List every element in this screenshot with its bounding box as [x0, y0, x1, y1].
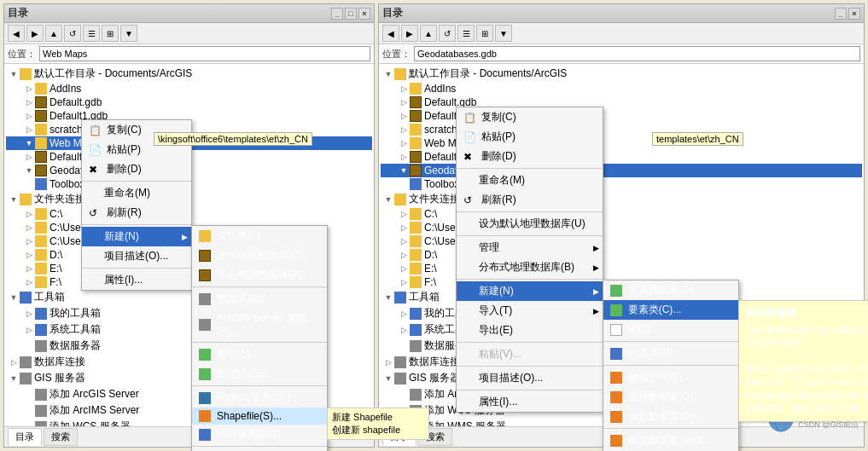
tree-item[interactable]: ▷ C:\: [381, 207, 862, 221]
tree-item[interactable]: ▷ Web Maps: [381, 136, 862, 150]
tree-item[interactable]: ▼ 默认工作目录 - Documents/ArcGIS: [6, 66, 372, 82]
left-location-input[interactable]: [39, 46, 370, 61]
folder-icon: [410, 249, 422, 261]
left-title-controls: _ □ ×: [331, 8, 370, 20]
tree-item[interactable]: ▷ Default.gdb: [381, 95, 862, 109]
expand-icon: [398, 389, 410, 401]
expand-icon: ▷: [23, 249, 35, 261]
sub-python[interactable]: Python 工具箱(Y): [192, 388, 327, 408]
sub-personalgdb[interactable]: 个人地理数据库(P): [192, 265, 327, 285]
expand-icon: ▷: [398, 324, 410, 336]
sub-dbconn[interactable]: 数据库连接...: [192, 289, 327, 309]
sub-layergroup[interactable]: 图层组(G)...: [192, 364, 327, 384]
rcm-export[interactable]: 导出(E): [457, 321, 603, 340]
submenu-arrow: ▶: [593, 244, 599, 252]
cm-delete[interactable]: ✖ 删除(D): [82, 159, 191, 179]
tree-item[interactable]: ▷ E:\: [381, 262, 862, 275]
sub-filegdb[interactable]: 文件地理数据库(O): [192, 246, 327, 265]
rcm-project-desc[interactable]: 项目描述(O)...: [457, 368, 603, 388]
separator: [457, 211, 603, 212]
rsub-featuredataset[interactable]: 要素数据集(D)...: [603, 280, 738, 300]
tree-item[interactable]: ▷ AddIns: [381, 82, 862, 95]
rsub-table[interactable]: 表(T)...: [603, 320, 738, 339]
rcm-copy[interactable]: 📋 复制(C): [457, 107, 603, 127]
rcm-delete[interactable]: ✖ 删除(D): [457, 147, 603, 166]
tree-item[interactable]: ▷ scratch: [381, 123, 862, 136]
separator: [457, 390, 603, 390]
left-maximize-btn[interactable]: □: [345, 8, 357, 20]
cm-rename[interactable]: 重命名(M): [82, 183, 191, 203]
rsub-rastercollection[interactable]: 栅格数据集合(H)...: [603, 431, 738, 450]
tree-item[interactable]: ▷ AddIns: [6, 82, 372, 95]
gdb-icon: [410, 165, 422, 176]
tree-item[interactable]: ▷ Default.gdb: [6, 95, 372, 109]
sub-folder[interactable]: 文件夹(F): [192, 226, 327, 246]
folder-icon: [35, 137, 47, 149]
toolbox-icon: [35, 324, 47, 336]
tree-item[interactable]: ▷ C:\Users\Lenovo\...: [381, 234, 862, 248]
cm-new[interactable]: 新建(N) ▶ 文件夹(F) 文件地理数据库(O) 个人地理数据库(P): [82, 227, 191, 246]
sub-arcgisconn[interactable]: ArcGIS Server 连接(R)...: [192, 309, 327, 340]
table-icon: [610, 324, 622, 336]
tree-item[interactable]: ▷ Default2.gdb: [381, 150, 862, 164]
rsub-relationship[interactable]: 关系类(R)...: [603, 344, 738, 363]
rsub-rastercatalog[interactable]: 栅格目录(E)...: [603, 367, 738, 387]
left-view2-btn[interactable]: ⊞: [102, 25, 119, 42]
right-refresh-btn[interactable]: ↺: [439, 25, 456, 42]
left-refresh-btn[interactable]: ↺: [64, 25, 81, 42]
tree-item[interactable]: ▼ 默认工作目录 - Documents/ArcGIS: [381, 66, 862, 82]
toolbox-icon: [410, 324, 422, 336]
rcm-setdefault[interactable]: 设为默认地理数据库(U): [457, 214, 603, 234]
right-location-input[interactable]: [414, 46, 860, 61]
right-back-btn[interactable]: ◀: [382, 25, 399, 42]
toolbox-icon: [35, 178, 47, 190]
tree-item[interactable]: ▼ 文件夹连接: [381, 191, 862, 207]
right-view1-btn[interactable]: ☰: [457, 25, 475, 42]
tree-item[interactable]: ▷ Default1.gdb: [381, 109, 862, 123]
tree-item-geodatabases[interactable]: ▼ Geodatabases.gdb: [381, 164, 862, 177]
left-back-btn[interactable]: ◀: [8, 25, 25, 42]
left-panel: 目录 _ □ × ◀ ▶ ▲ ↺ ☰ ⊞ ▼ 位置： ▼ 默认工作目录 - Do…: [3, 3, 375, 448]
left-view1-btn[interactable]: ☰: [83, 25, 100, 42]
right-options-btn[interactable]: ▼: [495, 25, 512, 42]
sub-shapefile[interactable]: Shapefile(S)... 新建 Shapefile 创建新 shapefi…: [192, 408, 327, 425]
tree-item[interactable]: Toolbox.tbx: [381, 177, 862, 191]
tree-item[interactable]: ▷ D:\: [381, 248, 862, 262]
left-up-btn[interactable]: ▲: [45, 25, 62, 42]
rcm-paste-v: 粘贴(V)...: [457, 344, 603, 364]
left-tab-catalog[interactable]: 目录: [8, 428, 42, 446]
tree-item[interactable]: ▷ C:\Users\Lenovo\A...: [381, 221, 862, 234]
rcm-distributed[interactable]: 分布式地理数据库(B) ▶: [457, 257, 603, 277]
expand-icon: [23, 389, 35, 401]
right-close-btn[interactable]: ×: [848, 8, 860, 20]
rcm-properties[interactable]: 属性(I)...: [457, 392, 603, 412]
right-view2-btn[interactable]: ⊞: [476, 25, 493, 42]
right-up-btn[interactable]: ▲: [420, 25, 437, 42]
cm-properties[interactable]: 属性(I)...: [82, 270, 191, 290]
left-options-btn[interactable]: ▼: [120, 25, 137, 42]
right-toolbar: ◀ ▶ ▲ ↺ ☰ ⊞ ▼: [379, 23, 864, 44]
left-minimize-btn[interactable]: _: [331, 8, 343, 20]
right-minimize-btn[interactable]: _: [835, 8, 847, 20]
rcm-refresh[interactable]: ↺ 刷新(R): [457, 190, 603, 210]
rsub-mosaic[interactable]: 镶嵌数据集(O)...: [603, 407, 738, 426]
right-forward-btn[interactable]: ▶: [401, 25, 418, 42]
left-tab-search[interactable]: 搜索: [44, 428, 78, 446]
rcm-manage[interactable]: 管理 ▶: [457, 238, 603, 257]
cm-project-desc[interactable]: 项目描述(O)...: [82, 246, 191, 266]
expand-icon: ▷: [23, 151, 35, 163]
cm-refresh[interactable]: ↺ 刷新(R): [82, 203, 191, 223]
sub-layer[interactable]: 图层(L)...: [192, 344, 327, 364]
rsub-rasterdataset[interactable]: 栅格数据集(O)...: [603, 387, 738, 407]
shapefile-icon: [199, 410, 211, 422]
left-forward-btn[interactable]: ▶: [26, 25, 44, 42]
sub-feature[interactable]: 转存要素集(T)...: [192, 425, 327, 444]
rcm-import[interactable]: 导入(T) ▶: [457, 301, 603, 321]
rcm-new[interactable]: 新建(N) ▶ 要素数据集(D)... 要素类(C)... 新建要素类 在此要素…: [457, 281, 603, 301]
rcm-paste[interactable]: 📄 粘贴(P): [457, 127, 603, 147]
folder-icon: [35, 235, 47, 247]
rsub-featureclass[interactable]: 要素类(C)... 新建要素类 在此要素数据集中创建新的独立要素类或新要素类。 …: [603, 300, 738, 320]
left-close-btn[interactable]: ×: [358, 8, 370, 20]
rcm-rename[interactable]: 重命名(M): [457, 171, 603, 190]
delete-icon: ✖: [89, 164, 101, 176]
